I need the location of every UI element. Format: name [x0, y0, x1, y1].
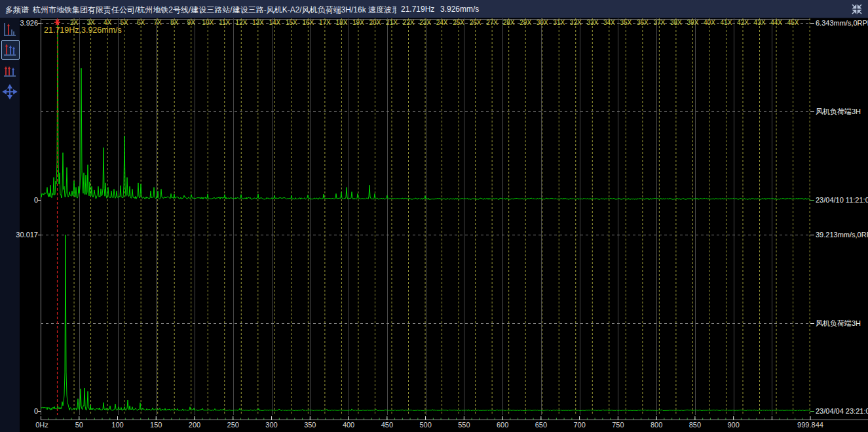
x-axis-tick-label: 650 [535, 421, 547, 429]
x-axis-tick-label: 750 [612, 421, 624, 429]
spectrum-plot-area[interactable]: 21.719Hz,3.926mm/s 2X3X4X5X6X7X8X9X10X11… [41, 18, 810, 415]
chart2-channel-label: 风机负荷端3H [816, 319, 861, 327]
chart1-channel-label: 风机负荷端3H [816, 108, 861, 115]
x-axis-tick-label: 200 [189, 421, 200, 429]
collapse-icon[interactable] [851, 3, 863, 15]
x-axis-tick-label: 250 [227, 421, 239, 429]
x-axis-tick-label: 900 [727, 421, 739, 429]
title-bar: 多频谱 杭州市地铁集团有限责任公司/杭州地铁2号线/建设三路站/建设三路-风机K… [0, 0, 868, 18]
x-axis-origin-label: 0Hz [35, 421, 48, 429]
x-axis-tick-label: 700 [573, 421, 585, 429]
x-axis-tick-label: 100 [111, 421, 123, 429]
chart2-ymax-label: 30.017 [12, 231, 38, 239]
chart1-yzero-label: 0 [12, 196, 38, 204]
cursor-amplitude-readout: 3.926mm/s [440, 5, 479, 14]
harmonic-spectrum-tool[interactable] [1, 62, 20, 81]
x-axis-tick-label: 500 [419, 421, 431, 429]
chart2-yzero-label: 0 [12, 407, 38, 415]
harmonic-spectrum-icon [2, 62, 18, 79]
multi-spectrum-tool[interactable] [1, 40, 20, 60]
cursor-value-label: 21.719Hz,3.926mm/s [44, 26, 122, 35]
pan-move-tool[interactable] [1, 83, 20, 102]
multi-spectrum-app: { "titlebar": { "app_title": "多频谱", "pat… [0, 0, 868, 432]
pan-move-icon [2, 83, 18, 100]
x-axis-tick-label: 50 [75, 421, 83, 429]
x-axis-tick-label: 450 [381, 421, 393, 429]
x-axis-tick-label: 150 [150, 421, 162, 429]
chart2-overall-label: 39.213mm/s,0RPM [816, 231, 868, 239]
x-axis-end-label: 999.844 [797, 421, 823, 429]
x-axis-tick-label: 300 [265, 421, 277, 429]
tool-sidebar [0, 18, 20, 432]
measurement-path: 杭州市地铁集团有限责任公司/杭州地铁2号线/建设三路站/建设三路-风机K-A2/… [33, 5, 396, 16]
app-title: 多频谱 [5, 5, 29, 16]
cursor-frequency-readout: 21.719Hz [401, 5, 434, 14]
x-axis-tick-label: 550 [458, 421, 470, 429]
chart2-date-label: 23/04/04 23:21:0 [816, 407, 868, 415]
multi-spectrum-icon [2, 41, 18, 58]
x-axis-tick-label: 850 [689, 421, 701, 429]
chart1-overall-label: 6.343mm/s,0RPM [816, 19, 868, 27]
x-axis: 0Hz5010015020025030035040045050055060065… [41, 415, 868, 432]
x-axis-tick-label: 600 [497, 421, 508, 429]
x-axis-tick-label: 800 [651, 421, 662, 429]
x-axis-tick-label: 350 [304, 421, 316, 429]
chart1-ymax-label: 3.926 [12, 19, 38, 27]
x-axis-tick-label: 400 [343, 421, 354, 429]
chart1-date-label: 23/04/10 11:21:0 [816, 196, 868, 204]
